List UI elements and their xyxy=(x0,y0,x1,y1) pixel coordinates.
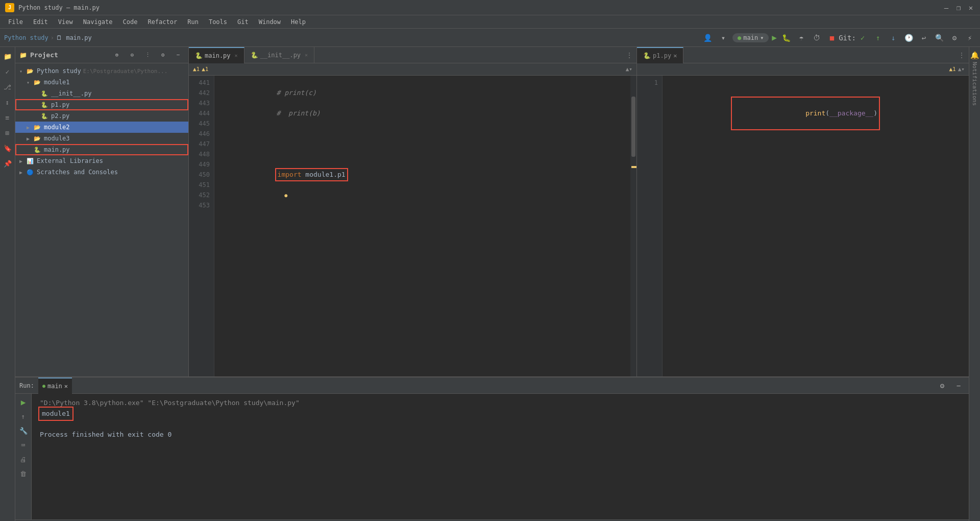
menu-git[interactable]: Git xyxy=(233,17,253,27)
run-trash[interactable]: 🗑 xyxy=(17,467,30,480)
line-447 xyxy=(277,212,281,220)
close-run-tab[interactable]: ✕ xyxy=(64,383,68,390)
profile-run-button[interactable]: ⏱ xyxy=(811,32,823,44)
p1-tab-more[interactable]: ⋮ xyxy=(954,52,969,59)
settings-button[interactable]: ⚙ xyxy=(948,32,961,44)
run-print[interactable]: 🖨 xyxy=(17,453,30,465)
project-folder-icon: 📁 xyxy=(19,52,27,59)
run-soft-wrap[interactable]: ⌨ xyxy=(17,439,30,451)
profile-dropdown[interactable]: ▾ xyxy=(717,32,729,44)
minimize-button[interactable]: – xyxy=(942,4,950,12)
scratches-icon: 🔵 xyxy=(27,169,35,176)
close-init-py[interactable]: ✕ xyxy=(305,52,308,58)
coverage-button[interactable]: ☂ xyxy=(795,32,807,44)
vcs-changes[interactable]: ⚡ xyxy=(964,32,976,44)
project-title: Project xyxy=(30,51,108,59)
project-settings-icon[interactable]: ⚙ xyxy=(157,49,169,61)
project-minimize-icon[interactable]: − xyxy=(172,49,184,61)
sidebar-pullrequests-icon[interactable]: ↕ xyxy=(1,95,15,109)
code-breadcrumb: ▲1 ▲1 ▲▾ xyxy=(189,63,636,76)
tree-module1[interactable]: ▾ 📂 module1 xyxy=(15,77,188,88)
git-push[interactable]: ↑ xyxy=(872,32,884,44)
breadcrumb: Python study › 🗒 main.py xyxy=(4,34,92,41)
tree-main-py[interactable]: 🐍 main.py xyxy=(15,144,188,155)
tree-init-py[interactable]: 🐍 __init__.py xyxy=(15,88,188,99)
run-minimize-btn[interactable]: − xyxy=(952,380,965,392)
p1-py-tab-label: p1.py xyxy=(653,52,671,59)
tree-external-libs[interactable]: ▶ 📊 External Libraries xyxy=(15,155,188,167)
ext-libs-name: External Libraries xyxy=(37,157,103,164)
p1-editor: 🐍 p1.py ✕ ⋮ ▲1 ▲▾ xyxy=(637,47,969,376)
menu-run[interactable]: Run xyxy=(183,17,203,27)
p1-nav-arrows: ▲▾ xyxy=(958,66,965,73)
expand-module2-icon: ▶ xyxy=(27,125,34,130)
run-button[interactable]: ▶ xyxy=(772,33,777,42)
menu-tools[interactable]: Tools xyxy=(205,17,231,27)
project-collapse-icon[interactable]: ⊜ xyxy=(126,49,138,61)
tab-init-py[interactable]: 🐍 __init__.py ✕ xyxy=(244,47,315,63)
run-rerun-up[interactable]: ↑ xyxy=(17,410,30,422)
tab-main-py[interactable]: 🐍 main.py ✕ xyxy=(189,47,244,63)
p1-py-tab-icon: 🐍 xyxy=(643,52,651,59)
tree-p2-py[interactable]: 🐍 p2.py xyxy=(15,110,188,122)
menu-edit[interactable]: Edit xyxy=(29,17,52,27)
project-tree: ▾ 📂 Python study E:\Postgraduate\Python.… xyxy=(15,63,188,376)
breadcrumb-sep2: ▲▾ xyxy=(626,66,632,73)
tree-p1-py[interactable]: 🐍 p1.py xyxy=(15,99,188,110)
project-more-icon[interactable]: ⋮ xyxy=(141,49,154,61)
sidebar-vcs-icon[interactable]: ⎇ xyxy=(1,80,15,94)
tree-module2[interactable]: ▶ 📂 module2 xyxy=(15,122,188,133)
sidebar-pin-icon[interactable]: 📌 xyxy=(1,156,15,171)
menu-refactor[interactable]: Refactor xyxy=(143,17,181,27)
tree-root[interactable]: ▾ 📂 Python study E:\Postgraduate\Python.… xyxy=(15,65,188,77)
debug-button[interactable]: 🐛 xyxy=(780,32,792,44)
project-new-file-icon[interactable]: ⊕ xyxy=(111,49,123,61)
sidebar-structure-icon[interactable]: ≡ xyxy=(1,110,15,125)
profile-button[interactable]: 👤 xyxy=(702,32,714,44)
maximize-button[interactable]: ❐ xyxy=(954,4,963,12)
run-output-module: module1 xyxy=(40,408,961,419)
p2-py-name: p2.py xyxy=(51,112,69,120)
main-py-name: main.py xyxy=(44,146,70,153)
breadcrumb-project[interactable]: Python study xyxy=(4,34,48,41)
menu-view[interactable]: View xyxy=(54,17,77,27)
menu-file[interactable]: File xyxy=(4,17,27,27)
menu-window[interactable]: Window xyxy=(255,17,285,27)
code-content[interactable]: # print(c) # print(b) import module1.p1 … xyxy=(214,76,636,376)
search-everywhere[interactable]: 🔍 xyxy=(933,32,945,44)
run-play-btn[interactable]: ▶ xyxy=(17,396,30,408)
menu-navigate[interactable]: Navigate xyxy=(79,17,117,27)
editor-and-run: 📁 Project ⊕ ⊜ ⋮ ⚙ − ▾ 📂 xyxy=(15,47,969,519)
sidebar-commit-icon[interactable]: ✓ xyxy=(1,64,15,79)
root-folder-icon: 📂 xyxy=(27,68,35,75)
tab-init-py-icon: 🐍 xyxy=(251,52,258,59)
sidebar-project-icon[interactable]: 📁 xyxy=(1,49,15,63)
menu-code[interactable]: Code xyxy=(119,17,142,27)
git-rollback[interactable]: ↩ xyxy=(918,32,930,44)
tab-more-button[interactable]: ⋮ xyxy=(622,52,636,59)
run-wrench[interactable]: 🔧 xyxy=(17,424,30,437)
toolbar: Python study › 🗒 main.py 👤 ▾ ● main ▾ ▶ … xyxy=(0,29,980,47)
tree-scratches[interactable]: ▶ 🔵 Scratches and Consoles xyxy=(15,167,188,178)
git-history[interactable]: 🕐 xyxy=(902,32,915,44)
tab-p1-py[interactable]: 🐍 p1.py ✕ xyxy=(637,47,683,63)
git-update[interactable]: ✓ xyxy=(856,32,869,44)
stop-button[interactable]: ■ xyxy=(826,32,838,44)
run-settings-btn[interactable]: ⚙ xyxy=(936,380,948,392)
git-fetch[interactable]: ↓ xyxy=(887,32,899,44)
run-output: "D:\Python 3.8\python.exe" "E:\Postgradu… xyxy=(32,394,969,519)
close-button[interactable]: ✕ xyxy=(967,4,975,12)
p1-code-content[interactable]: print(__package__) xyxy=(663,76,969,376)
breadcrumb-file[interactable]: 🗒 main.py xyxy=(56,34,92,41)
run-config[interactable]: ● main ▾ xyxy=(732,33,769,42)
sidebar-bookmarks-icon[interactable]: 🔖 xyxy=(1,141,15,155)
notifications-sidebar[interactable]: 🔔 Notifications xyxy=(969,47,980,521)
close-main-py[interactable]: ✕ xyxy=(235,53,238,58)
close-p1-py[interactable]: ✕ xyxy=(673,52,677,59)
sidebar-layers-icon[interactable]: ⊞ xyxy=(1,126,15,140)
module1-name: module1 xyxy=(44,79,70,86)
run-tab-main[interactable]: ● main ✕ xyxy=(38,377,72,394)
menu-help[interactable]: Help xyxy=(287,17,310,27)
code-body: 441442443444445446447448449450451452453 … xyxy=(189,76,636,376)
tree-module3[interactable]: ▶ 📂 module3 xyxy=(15,133,188,144)
